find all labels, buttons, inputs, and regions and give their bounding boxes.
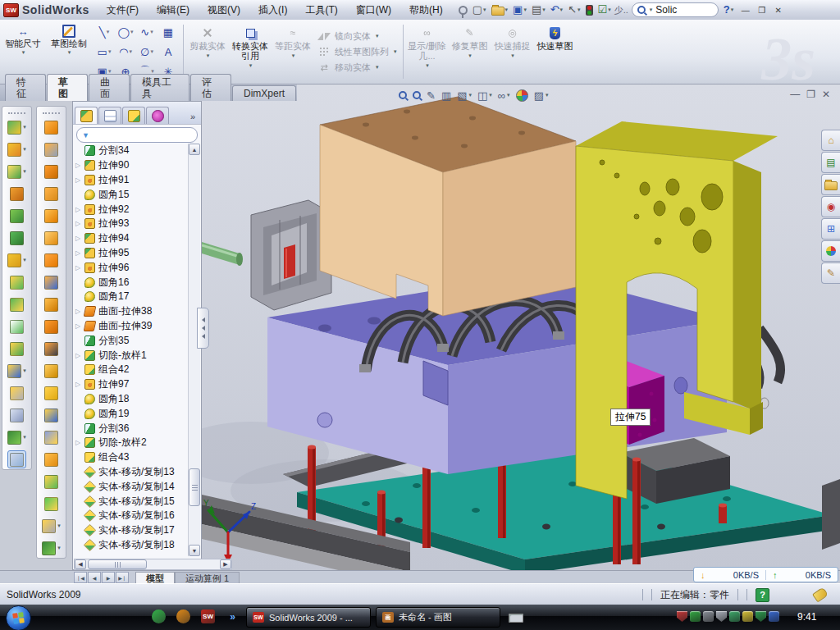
- move-copy-button[interactable]: ▾: [7, 364, 26, 377]
- tree-item[interactable]: 分割36: [75, 421, 188, 436]
- expand-arrow-icon[interactable]: ▷: [75, 264, 81, 272]
- freeform-button[interactable]: ▾: [42, 519, 61, 532]
- expand-arrow-icon[interactable]: ▷: [75, 249, 81, 257]
- solidworks-launcher-button[interactable]: SW: [201, 609, 215, 623]
- tree-item[interactable]: 实体-移动/复制15: [75, 494, 188, 509]
- tab-草图[interactable]: 草图: [47, 74, 88, 101]
- section-view-button[interactable]: ▥: [441, 89, 451, 102]
- tray-icon[interactable]: [677, 611, 687, 622]
- extend-surface-button[interactable]: [44, 276, 58, 289]
- tree-horizontal-scrollbar[interactable]: ◀ ▶: [74, 559, 232, 570]
- scene-button[interactable]: ▨▾: [534, 89, 549, 102]
- mirror-feature-button[interactable]: [10, 276, 24, 289]
- menu-item[interactable]: 插入(I): [249, 1, 296, 20]
- 线性草图阵列-button[interactable]: 线性草图阵列▾: [317, 45, 397, 58]
- 修复草图-button[interactable]: ✎修复草图▾: [449, 21, 491, 82]
- tray-icon[interactable]: [703, 611, 714, 622]
- thicken-button[interactable]: [44, 364, 58, 377]
- sketch-entity-button[interactable]: ◯▾: [115, 22, 136, 42]
- file-explorer-button[interactable]: [821, 174, 840, 195]
- doc-tab-运动算例 1[interactable]: 运动算例 1: [175, 572, 240, 584]
- tab-DimXpert[interactable]: DimXpert: [232, 85, 296, 101]
- combine-button[interactable]: [10, 342, 24, 355]
- sketch-entity-button[interactable]: ▭▾: [94, 42, 115, 62]
- resources-home-button[interactable]: ⌂: [821, 130, 840, 151]
- tree-item[interactable]: ▷拉伸91: [75, 173, 188, 188]
- tree-item[interactable]: 组合43: [75, 450, 188, 465]
- menu-item[interactable]: 窗口(W): [347, 1, 400, 20]
- tree-item[interactable]: 圆角17: [75, 290, 188, 304]
- keyboard-layout-icon[interactable]: [509, 614, 523, 623]
- display-style-button[interactable]: ▧▾: [457, 89, 472, 102]
- 剪裁实体-button[interactable]: 剪裁实体▾: [186, 21, 229, 82]
- split-button[interactable]: [10, 320, 24, 333]
- part-base-rail-far-right[interactable]: [822, 479, 840, 550]
- tree-item[interactable]: 组合42: [75, 363, 188, 377]
- menu-item[interactable]: 工具(T): [296, 1, 346, 20]
- knit-surface-button[interactable]: [44, 386, 58, 399]
- ime-toolbar[interactable]: 少..: [614, 4, 628, 16]
- part-ejector-pin-small[interactable]: [719, 504, 727, 523]
- tab-评估[interactable]: 评估: [190, 74, 231, 101]
- quick-tips-icon[interactable]: ?: [756, 588, 769, 602]
- tree-item[interactable]: ▷拉伸93: [75, 217, 188, 231]
- close-button[interactable]: ✕: [771, 4, 785, 16]
- swept-boss-button[interactable]: [10, 187, 24, 200]
- view-orientation-button[interactable]: ◫▾: [477, 89, 492, 102]
- app-orange-button[interactable]: [176, 609, 190, 623]
- search-box[interactable]: ▾ Solic: [632, 2, 719, 17]
- messenger-button[interactable]: [152, 609, 166, 623]
- tree-item[interactable]: ▷拉伸96: [75, 260, 188, 275]
- tray-icon[interactable]: [756, 611, 766, 622]
- doc-tab-模型[interactable]: 模型: [135, 572, 175, 584]
- surface-sheet-button[interactable]: [44, 231, 58, 244]
- doc-close-button[interactable]: ✕: [822, 89, 830, 100]
- sketch-entity-button[interactable]: ╲▾: [94, 22, 115, 42]
- pin-button[interactable]: [457, 2, 469, 18]
- tree-item[interactable]: 实体-移动/复制18: [75, 538, 188, 553]
- expand-arrow-icon[interactable]: ▷: [75, 322, 81, 330]
- section-tool-button[interactable]: ✎: [427, 89, 436, 102]
- expand-arrow-icon[interactable]: ▷: [75, 176, 81, 184]
- tab-模具工具[interactable]: 模具工具: [130, 74, 189, 101]
- tab-featuremanager[interactable]: [75, 107, 98, 124]
- options-button[interactable]: ☑▾: [596, 2, 613, 18]
- tree-item[interactable]: ▷拉伸92: [75, 202, 188, 217]
- sketch-entity-button[interactable]: A: [158, 42, 179, 62]
- boss-button[interactable]: [10, 209, 24, 222]
- tag-icon[interactable]: [812, 587, 829, 602]
- tree-item[interactable]: 实体-移动/复制17: [75, 523, 188, 538]
- tab-prev-icon[interactable]: ◀: [88, 572, 101, 583]
- hide-show-items-button[interactable]: ∞▾: [498, 89, 510, 102]
- solidworks-resources-button[interactable]: ◉: [821, 196, 840, 217]
- search-input[interactable]: Solic: [655, 4, 677, 16]
- rebuild-button[interactable]: [584, 2, 595, 18]
- doc-restore-button[interactable]: ❐: [806, 89, 815, 100]
- flatten-button[interactable]: [44, 409, 58, 422]
- tab-next-icon[interactable]: ▶: [102, 572, 115, 583]
- custom-properties-button[interactable]: ✎: [821, 262, 840, 284]
- measure-button[interactable]: [8, 451, 25, 468]
- tree-item[interactable]: 圆角19: [75, 406, 188, 421]
- tree-item[interactable]: 分割35: [75, 333, 188, 348]
- spiral-button[interactable]: ▾: [42, 541, 61, 555]
- tab-configurationmanager[interactable]: [122, 107, 145, 124]
- 快速草图-button[interactable]: ϟ快速草图: [534, 21, 577, 82]
- expand-arrow-icon[interactable]: ▷: [75, 439, 81, 446]
- tree-item[interactable]: ▷切除-放样2: [75, 436, 188, 450]
- menu-item[interactable]: 编辑(E): [148, 1, 199, 20]
- tree-item[interactable]: ▷曲面-拉伸38: [75, 304, 188, 319]
- fillet-surface-button[interactable]: [44, 320, 58, 333]
- scrollbar-thumb[interactable]: [189, 468, 200, 506]
- tree-item[interactable]: ▷曲面-拉伸39: [75, 319, 188, 334]
- 移动实体-button[interactable]: ⇄移动实体▾: [317, 61, 397, 74]
- tree-filter-input[interactable]: ▼: [76, 127, 198, 143]
- revolved-cut-button[interactable]: [44, 143, 58, 156]
- sketch-entity-button[interactable]: ∿▾: [136, 22, 158, 42]
- menu-item[interactable]: 帮助(H): [400, 1, 452, 20]
- panel-splitter-handle[interactable]: [197, 308, 209, 349]
- tab-propertymanager[interactable]: [98, 107, 121, 124]
- tab-dimxpertmanager[interactable]: [146, 107, 169, 124]
- tab-特征[interactable]: 特征: [5, 74, 46, 101]
- delete-face-button[interactable]: [10, 386, 24, 399]
